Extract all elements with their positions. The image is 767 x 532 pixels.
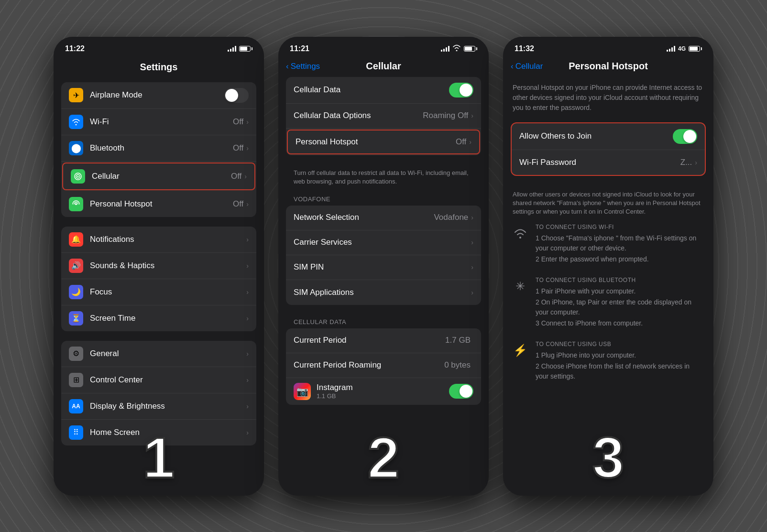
bluetooth-step-2: 2 On iPhone, tap Pair or enter the code … [536,297,704,317]
focus-row[interactable]: 🌙 Focus › [61,279,256,305]
airplane-mode-row[interactable]: ✈ Airplane Mode [61,82,256,109]
network-selection-chevron: › [471,214,473,221]
hotspot-icon-1 [69,197,83,211]
instagram-row[interactable]: 📷 Instagram 1.1 GB [286,378,481,405]
back-to-cellular[interactable]: ‹ Cellular [511,62,543,71]
wifi-step-1: 1 Choose "Fatma's iphone " from the Wi-F… [536,233,704,253]
bluetooth-value: Off [233,143,243,153]
network-selection-value: Vodafone [434,213,468,222]
signal-icon-2 [441,46,449,52]
cellular-data-options-row[interactable]: Cellular Data Options Roaming Off › [286,104,481,129]
battery-icon-2 [464,46,477,52]
wifi-password-row[interactable]: Wi-Fi Password Z... › [512,150,705,175]
back-to-settings[interactable]: ‹ Settings [286,62,320,71]
bluetooth-icon: ⬤ [69,141,83,155]
sim-apps-row[interactable]: SIM Applications › [286,280,481,305]
network-selection-row[interactable]: Network Selection Vodafone › [286,206,481,230]
wifi-password-chevron: › [695,159,697,166]
current-period-value: 1.7 GB [445,336,471,345]
airplane-toggle[interactable] [224,88,249,103]
personal-hotspot-row-1[interactable]: Personal Hotspot Off › [61,191,256,217]
carrier-services-row[interactable]: Carrier Services › [286,230,481,255]
screentime-row[interactable]: ⏳ Screen Time › [61,305,256,331]
sim-pin-chevron: › [471,263,473,271]
carrier-services-chevron: › [471,239,473,246]
instagram-toggle[interactable] [449,384,473,399]
cellular-icon [71,169,85,184]
back-label: Settings [291,62,320,71]
current-period-roaming-row[interactable]: Current Period Roaming 0 bytes [286,353,481,378]
notifications-chevron: › [246,236,249,243]
status-bar-1: 11:22 [54,37,264,58]
hotspot-nav: ‹ Cellular Personal Hotspot [503,58,713,77]
notifications-row[interactable]: 🔔 Notifications › [61,227,256,253]
displaybrightness-row[interactable]: AA Display & Brightness › [61,393,256,420]
cellular-main-group: Cellular Data Cellular Data Options Roam… [286,77,481,155]
usb-step-1: 1 Plug iPhone into your computer. [536,350,704,360]
general-label: General [90,349,246,358]
current-period-roaming-label: Current Period Roaming [294,360,444,370]
bluetooth-chevron: › [246,144,249,152]
hotspot-description: Personal Hotspot on your iPhone can prov… [511,77,706,122]
instagram-icon: 📷 [294,383,311,400]
usb-connect-icon: ⚡ [513,343,528,358]
instagram-name: Instagram [317,383,449,392]
controlcenter-row[interactable]: ⊞ Control Center › [61,367,256,393]
screentime-chevron: › [246,315,249,322]
sim-apps-label: SIM Applications [294,288,471,297]
wifi-status-icon-2 [452,44,461,53]
displaybrightness-chevron: › [246,402,249,410]
personal-hotspot-chevron-2: › [469,138,471,146]
wifi-connect-title: TO CONNECT USING WI-FI [536,224,704,230]
status-icons-3: 4G [667,45,702,52]
cellular-title: Cellular [366,61,401,72]
controlcenter-chevron: › [246,376,249,384]
phone-3: 11:32 4G ‹ Cellular Personal Hotspot [503,37,713,496]
settings-nav: Settings [54,58,264,78]
personal-hotspot-row-2[interactable]: Personal Hotspot Off › [287,130,480,154]
allow-others-toggle[interactable] [673,129,697,144]
allow-others-row[interactable]: Allow Others to Join [512,123,705,150]
status-bar-2: 11:21 [278,37,489,58]
general-group: ⚙ General › ⊞ Control Center › AA Displa… [61,341,256,445]
cellular-data-toggle[interactable] [449,83,473,98]
sounds-row[interactable]: 🔊 Sounds & Haptics › [61,253,256,279]
instagram-info: Instagram 1.1 GB [317,383,449,400]
sounds-label: Sounds & Haptics [90,261,246,271]
personal-hotspot-value-2: Off [456,137,466,147]
status-icons-1 [228,46,252,52]
sim-apps-chevron: › [471,289,473,296]
back-chevron-3: ‹ [511,62,514,71]
status-time-1: 11:22 [65,44,85,53]
wifi-value: Off [233,117,243,127]
bluetooth-row[interactable]: ⬤ Bluetooth Off › [61,135,256,162]
homescreen-row[interactable]: ⠿ Home Screen › [61,420,256,445]
allow-others-description: Allow other users or devices not signed … [511,185,706,224]
wifi-row[interactable]: Wi-Fi Off › [61,109,256,135]
status-bar-3: 11:32 4G [503,37,713,58]
controlcenter-label: Control Center [90,375,246,385]
cellular-label: Cellular [92,172,231,181]
screentime-icon: ⏳ [69,311,83,326]
signal-icon-1 [228,46,236,52]
wifi-password-value: Z... [680,158,692,167]
hotspot-value-1: Off [233,199,243,209]
cellular-data-section-label: CELLULAR DATA [286,315,481,328]
general-row[interactable]: ⚙ General › [61,341,256,367]
status-icons-2 [441,44,477,53]
notifications-label: Notifications [90,235,246,244]
sim-pin-row[interactable]: SIM PIN › [286,255,481,280]
settings-content: ✈ Airplane Mode Wi-Fi Off › [54,78,264,496]
settings-title: Settings [140,62,178,72]
cellular-data-row[interactable]: Cellular Data [286,77,481,104]
cellular-row[interactable]: Cellular Off › [62,163,255,190]
homescreen-icon: ⠿ [69,425,83,440]
vodafone-group: Network Selection Vodafone › Carrier Ser… [286,206,481,305]
notifications-group: 🔔 Notifications › 🔊 Sounds & Haptics › 🌙… [61,227,256,331]
current-period-row[interactable]: Current Period 1.7 GB [286,328,481,353]
4g-indicator: 4G [678,45,686,52]
wifi-step-2: 2 Enter the password when prompted. [536,254,704,264]
wifi-instructions: TO CONNECT USING WI-FI 1 Choose "Fatma's… [511,224,706,265]
bluetooth-connect-icon: ✳ [513,279,528,294]
instagram-size: 1.1 GB [317,392,449,400]
